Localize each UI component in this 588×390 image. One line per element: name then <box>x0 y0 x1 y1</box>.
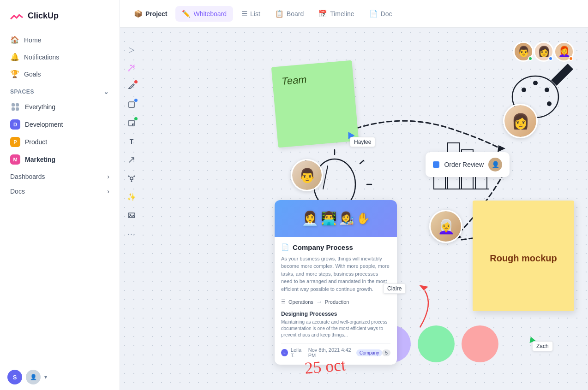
canvas-avatar-woman1: 👩 <box>503 104 538 138</box>
toolbar: 📦 Project ✏️ Whiteboard ☰ List 📋 Board 📅… <box>120 0 588 28</box>
sidebar: ClickUp 🏠 Home 🔔 Notifications 🏆 Goals S… <box>0 0 120 390</box>
doc-icon: 📄 <box>369 10 378 18</box>
process-company-tag: Company <box>356 349 383 356</box>
avatar-group-wrapper-1: 👨 <box>513 41 534 62</box>
sidebar-item-notifications[interactable]: 🔔 Notifications <box>5 48 115 65</box>
tool-text[interactable]: T <box>124 134 139 149</box>
circle-pink <box>462 325 498 362</box>
bell-icon: 🔔 <box>10 53 19 61</box>
whiteboard-icon: ✏️ <box>182 10 191 18</box>
process-section-desc: Maintaining as accurate and well-organiz… <box>281 319 390 338</box>
tool-pen[interactable] <box>124 78 139 94</box>
tab-project[interactable]: 📦 Project <box>127 6 174 22</box>
order-review-card: Order Review 👤 <box>426 152 510 177</box>
process-section-title: Designing Processes <box>281 311 390 317</box>
user-avatar-photo[interactable]: 👤 <box>26 370 41 384</box>
avatar-status-3 <box>569 56 573 61</box>
note-dot <box>134 117 138 120</box>
svg-line-12 <box>132 176 134 177</box>
svg-point-34 <box>533 81 538 85</box>
user-menu-icon[interactable]: ▾ <box>44 374 47 380</box>
clickup-logo-icon <box>9 8 24 23</box>
cursor-haylee: Haylee <box>346 131 354 138</box>
spaces-header: Spaces ⌄ <box>0 83 120 98</box>
cursor-haylee-label: Haylee <box>350 137 375 147</box>
docs-section[interactable]: Docs › <box>0 183 120 198</box>
svg-point-33 <box>522 88 526 92</box>
goals-label: Goals <box>24 71 41 78</box>
tool-note[interactable] <box>124 115 139 131</box>
whiteboard-canvas[interactable]: ▷ <box>120 28 588 390</box>
tab-list[interactable]: ☰ List <box>235 6 267 22</box>
canvas-avatar-man: 👨 <box>291 159 323 191</box>
process-card-flow: ☰ Operations → Production <box>281 298 390 305</box>
sidebar-item-product[interactable]: P Product <box>5 133 115 151</box>
docs-expand-icon: › <box>107 188 109 195</box>
dashboards-section[interactable]: Dashboards › <box>0 168 120 183</box>
development-badge: D <box>10 119 20 130</box>
sidebar-item-home[interactable]: 🏠 Home <box>5 31 115 48</box>
sticky-note-rough: Rough mockup <box>473 201 574 311</box>
sidebar-item-goals[interactable]: 🏆 Goals <box>5 65 115 83</box>
tab-doc[interactable]: 📄 Doc <box>363 6 399 22</box>
tool-image[interactable] <box>124 207 139 223</box>
date-text: 25 oct <box>304 355 346 378</box>
flow-icon: ☰ <box>281 299 286 305</box>
whiteboard-label: Whiteboard <box>193 10 227 18</box>
cursor-zach: Zach <box>528 337 535 342</box>
sticky-team-text: Team <box>281 73 307 87</box>
process-card-description: As your business grows, things will inev… <box>281 255 390 293</box>
svg-rect-2 <box>12 107 15 111</box>
flow-from: Operations <box>288 299 313 305</box>
sidebar-item-everything[interactable]: Everything <box>5 98 115 116</box>
process-card: 👩‍💼 👨‍💻 👩‍🎨 ✋ 📄 Company Process As your … <box>275 200 397 365</box>
svg-line-11 <box>129 176 131 177</box>
process-card-body: 📄 Company Process As your business grows… <box>275 237 397 365</box>
logo[interactable]: ClickUp <box>0 0 120 31</box>
process-author: Leila T. <box>291 347 306 358</box>
everything-icon <box>10 102 20 112</box>
user-dot: L <box>281 349 288 356</box>
svg-rect-0 <box>12 103 15 106</box>
spaces-collapse-icon[interactable]: ⌄ <box>103 88 109 95</box>
tool-sparkle[interactable]: ✨ <box>124 189 139 205</box>
sidebar-item-development[interactable]: D Development <box>5 116 115 133</box>
tool-magic[interactable] <box>124 60 139 76</box>
pen-dot <box>134 80 138 83</box>
avatar-group-wrapper-3: 👩‍🦰 <box>554 41 574 62</box>
sidebar-item-marketing[interactable]: M Marketing <box>5 151 115 168</box>
user-avatar-s[interactable]: S <box>7 370 22 384</box>
svg-rect-5 <box>129 102 134 107</box>
cursor-claire-label: Claire <box>383 284 406 294</box>
tool-rect[interactable] <box>124 97 139 112</box>
app-name: ClickUp <box>28 11 59 21</box>
marketing-badge: M <box>10 154 20 165</box>
product-badge: P <box>10 137 20 147</box>
tab-timeline[interactable]: 📅 Timeline <box>312 6 360 22</box>
circle-green <box>418 325 455 362</box>
process-num-tag: 5 <box>382 349 390 356</box>
spaces-label: Spaces <box>10 89 34 95</box>
tab-whiteboard[interactable]: ✏️ Whiteboard <box>175 6 233 22</box>
svg-point-36 <box>547 101 552 106</box>
svg-rect-6 <box>129 120 134 126</box>
spaces-list: Everything D Development P Product M Mar… <box>0 98 120 168</box>
tool-select[interactable]: ▷ <box>124 41 139 57</box>
notifications-label: Notifications <box>24 53 59 61</box>
process-title-text: Company Process <box>293 243 353 251</box>
process-card-illustration: 👩‍💼 👨‍💻 👩‍🎨 ✋ <box>275 200 397 237</box>
board-icon: 📋 <box>275 10 284 18</box>
home-icon: 🏠 <box>10 35 19 44</box>
svg-line-40 <box>323 166 328 189</box>
home-label: Home <box>24 36 41 44</box>
svg-line-22 <box>360 160 364 164</box>
tab-board[interactable]: 📋 Board <box>269 6 310 22</box>
board-label: Board <box>287 10 304 18</box>
flow-arrow: → <box>316 298 322 305</box>
tool-more[interactable]: ··· <box>124 226 139 242</box>
avatar-status-2 <box>548 56 553 61</box>
svg-marker-16 <box>498 145 505 152</box>
tool-connect[interactable] <box>124 171 139 186</box>
tool-arrow[interactable] <box>124 152 139 168</box>
rect-dot <box>134 99 138 102</box>
